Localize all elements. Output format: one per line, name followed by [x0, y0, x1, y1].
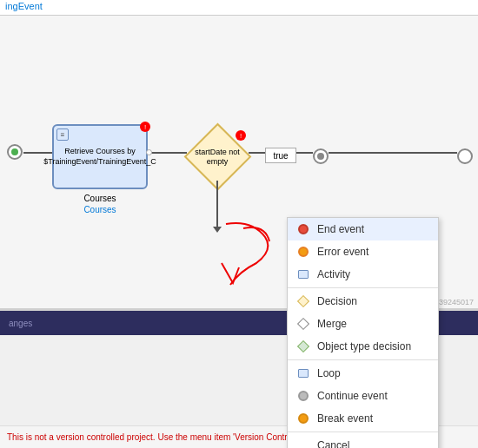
menu-item-cancel[interactable]: Cancel	[288, 434, 438, 448]
arrow-4	[296, 152, 313, 154]
decision-label: Decision	[317, 295, 357, 307]
menu-item-decision[interactable]: Decision	[288, 290, 438, 313]
menu-item-loop[interactable]: Loop	[288, 362, 438, 385]
menu-divider-3	[288, 432, 438, 432]
end-event-label: End event	[317, 223, 364, 235]
arrow-2	[148, 152, 187, 154]
task-box[interactable]: ≡ ! Retrieve Courses by $TrainingEvent/T…	[52, 124, 148, 189]
bottom-bar-text: anges	[0, 319, 41, 328]
loop-icon	[296, 366, 310, 380]
error-event-label: Error event	[317, 246, 368, 258]
menu-item-break-event[interactable]: Break event	[288, 407, 438, 430]
decision-diamond[interactable]: ! startDate not empty	[187, 133, 248, 181]
break-event-icon	[296, 412, 310, 425]
task-label: Courses	[52, 194, 148, 203]
top-bar: ingEvent	[0, 0, 478, 16]
menu-item-object-type-decision[interactable]: Object type decision	[288, 335, 438, 358]
menu-divider-1	[288, 287, 438, 288]
task-icon: ≡	[56, 128, 69, 141]
break-event-label: Break event	[317, 412, 373, 425]
arrow-3	[249, 152, 265, 154]
arrow-head	[213, 227, 222, 233]
task-text: Retrieve Courses by $TrainingEvent/Train…	[43, 147, 156, 167]
task-label-link[interactable]: Courses	[52, 205, 148, 214]
loop-label: Loop	[317, 367, 341, 379]
error-event-icon	[296, 245, 310, 259]
true-label-box: true	[265, 148, 296, 163]
object-type-decision-icon	[296, 339, 310, 353]
menu-item-end-event[interactable]: End event	[288, 218, 438, 240]
arrow-down	[216, 181, 218, 228]
context-menu: End event Error event Activity Decision …	[287, 217, 439, 448]
menu-item-activity[interactable]: Activity	[288, 263, 438, 286]
object-type-decision-label: Object type decision	[317, 340, 411, 352]
merge-icon	[296, 317, 310, 331]
end-event-icon	[296, 222, 310, 236]
menu-divider-2	[288, 359, 438, 360]
continue-event-icon	[296, 389, 310, 403]
right-circle	[457, 148, 473, 164]
menu-item-continue-event[interactable]: Continue event	[288, 385, 438, 407]
decision-icon	[296, 294, 310, 308]
diamond-text: startDate not empty	[189, 148, 246, 167]
cancel-label: Cancel	[317, 439, 349, 448]
continue-event-label: Continue event	[317, 390, 388, 402]
top-bar-title: ingEvent	[0, 0, 48, 13]
end-circle	[313, 148, 329, 164]
arrow-5	[329, 152, 457, 154]
start-circle	[7, 144, 23, 160]
task-badge: !	[140, 122, 150, 132]
diamond-badge: !	[236, 130, 246, 141]
merge-label: Merge	[317, 318, 347, 330]
menu-item-error-event[interactable]: Error event	[288, 240, 438, 263]
activity-label: Activity	[317, 268, 350, 280]
menu-item-merge[interactable]: Merge	[288, 313, 438, 335]
activity-icon	[296, 267, 310, 281]
connector-dot	[146, 149, 152, 155]
cancel-icon	[296, 438, 310, 448]
true-text: true	[273, 151, 288, 161]
